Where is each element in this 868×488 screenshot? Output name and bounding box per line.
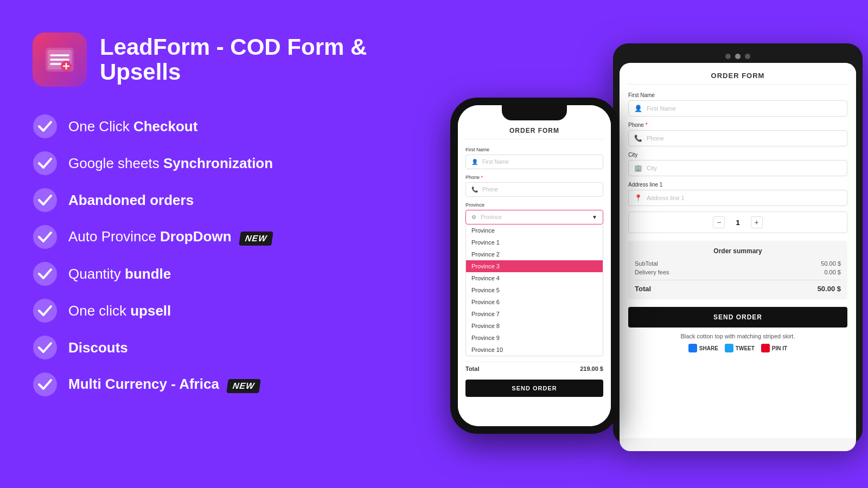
feature-item: Google sheets Synchronization xyxy=(33,151,391,176)
province-option-9[interactable]: Province 9 xyxy=(466,332,603,344)
check-icon xyxy=(33,114,58,139)
svg-point-13 xyxy=(33,299,57,323)
province-option-7[interactable]: Province 7 xyxy=(466,308,603,320)
tablet-firstname-input[interactable]: 👤 First Name xyxy=(628,100,847,117)
person-icon: 👤 xyxy=(634,105,642,112)
tablet-address-placeholder: Address line 1 xyxy=(647,195,685,201)
province-option-10[interactable]: Province 10 xyxy=(466,344,603,356)
phone-icon: 📞 xyxy=(634,134,642,142)
province-dropdown: Province Province 1 Province 2 Province … xyxy=(465,224,603,356)
total-row: Total 50.00 $ xyxy=(635,285,841,293)
svg-point-15 xyxy=(33,373,57,396)
subtotal-row: SubTotal 50.00 $ xyxy=(635,260,841,267)
tablet-city-input[interactable]: 🏢 City xyxy=(628,160,847,176)
phone-phone-placeholder: Phone xyxy=(482,187,498,192)
check-icon xyxy=(33,372,58,397)
app-icon xyxy=(33,33,87,87)
phone-screen: ORDER FORM First Name 👤 First Name Phone… xyxy=(458,105,611,426)
feature-item: Quantity bundle xyxy=(33,261,391,286)
tablet-firstname-placeholder: First Name xyxy=(647,105,676,112)
check-icon xyxy=(33,188,58,213)
province-option-default[interactable]: Province xyxy=(466,224,603,236)
feature-text: Quantity bundle xyxy=(68,266,171,282)
feature-text: Multi Currency - Africa NEW xyxy=(68,376,260,393)
phone-send-order-button[interactable]: SEND ORDER xyxy=(465,380,603,397)
feature-text: Discouts xyxy=(68,339,128,356)
quantity-decrease-button[interactable]: − xyxy=(713,216,725,228)
tablet-firstname-label: First Name xyxy=(628,92,847,98)
phone-icon: 📞 xyxy=(471,187,478,192)
tablet-address-input[interactable]: 📍 Address line 1 xyxy=(628,190,847,206)
left-panel: LeadForm - COD Form & Upsells One Click … xyxy=(33,33,391,397)
phone-form-title: ORDER FORM xyxy=(465,127,603,139)
new-badge: NEW xyxy=(239,232,273,246)
phone-device: ORDER FORM First Name 👤 First Name Phone… xyxy=(450,98,618,434)
svg-point-8 xyxy=(33,114,57,138)
tablet-content: ORDER FORM First Name 👤 First Name Phone… xyxy=(620,63,856,438)
pinterest-icon xyxy=(761,344,770,352)
tablet-device: ORDER FORM First Name 👤 First Name Phone… xyxy=(613,43,863,445)
feature-text: Abandoned orders xyxy=(68,192,194,209)
feature-text: One click upsell xyxy=(68,303,171,319)
province-option-8[interactable]: Province 8 xyxy=(466,320,603,332)
tablet-screen: ORDER FORM First Name 👤 First Name Phone… xyxy=(620,63,856,451)
feature-item: One click upsell xyxy=(33,298,391,323)
filter-icon: ⚙ xyxy=(471,214,476,220)
tablet-product-desc: Black cotton top with matching striped s… xyxy=(628,333,847,339)
feature-text: One Click Checkout xyxy=(68,118,197,135)
check-icon xyxy=(33,151,58,176)
tablet-dot-active xyxy=(735,54,741,59)
tablet-form-title: ORDER FORM xyxy=(628,72,847,85)
phone-firstname-input[interactable]: 👤 First Name xyxy=(465,155,603,169)
tablet-top-bar xyxy=(620,50,856,63)
quantity-increase-button[interactable]: + xyxy=(751,216,763,228)
province-option-5[interactable]: Province 5 xyxy=(466,284,603,296)
twitter-icon xyxy=(725,344,733,352)
phone-province-label: Province xyxy=(465,202,603,208)
check-icon xyxy=(33,261,58,286)
phone-content: ORDER FORM First Name 👤 First Name Phone… xyxy=(458,105,611,426)
province-option-1[interactable]: Province 1 xyxy=(466,236,603,248)
phone-phone-label: Phone * xyxy=(465,175,603,180)
tablet-send-order-button[interactable]: SEND ORDER xyxy=(628,307,847,328)
app-title: LeadForm - COD Form & Upsells xyxy=(100,35,391,85)
summary-title: Order summary xyxy=(635,247,841,255)
province-option-3[interactable]: Province 3 xyxy=(466,260,603,272)
svg-point-9 xyxy=(33,151,57,175)
phone-province-select[interactable]: ⚙ Province ▼ xyxy=(465,210,603,224)
social-buttons: SHARE TWEET PIN IT xyxy=(628,344,847,352)
tweet-button[interactable]: TWEET xyxy=(725,344,755,352)
phone-firstname-placeholder: First Name xyxy=(482,159,509,165)
check-icon xyxy=(33,298,58,323)
feature-text: Auto Province DropDown NEW xyxy=(68,228,272,246)
quantity-row: − 1 + xyxy=(628,211,847,233)
phone-phone-input[interactable]: 📞 Phone xyxy=(465,182,603,197)
province-select-left: ⚙ Province xyxy=(471,214,502,220)
feature-item: Multi Currency - Africa NEW xyxy=(33,372,391,397)
pin-button[interactable]: PIN IT xyxy=(761,344,787,352)
province-option-6[interactable]: Province 6 xyxy=(466,296,603,308)
check-icon xyxy=(33,224,58,249)
feature-item: One Click Checkout xyxy=(33,114,391,139)
tablet-city-placeholder: City xyxy=(647,165,657,171)
svg-point-11 xyxy=(33,225,57,249)
province-option-2[interactable]: Province 2 xyxy=(466,248,603,260)
building-icon: 🏢 xyxy=(634,164,642,172)
feature-item: Abandoned orders xyxy=(33,188,391,213)
tablet-order-summary: Order summary SubTotal 50.00 $ Delivery … xyxy=(628,241,847,299)
share-button[interactable]: SHARE xyxy=(688,344,718,352)
summary-divider xyxy=(635,280,841,280)
tablet-dot xyxy=(745,54,750,59)
chevron-down-icon: ▼ xyxy=(592,214,597,220)
header-row: LeadForm - COD Form & Upsells xyxy=(33,33,391,87)
feature-text: Google sheets Synchronization xyxy=(68,155,273,172)
location-icon: 📍 xyxy=(634,194,642,202)
phone-firstname-label: First Name xyxy=(465,147,603,152)
tablet-phone-input[interactable]: 📞 Phone xyxy=(628,130,847,146)
province-option-4[interactable]: Province 4 xyxy=(466,272,603,284)
features-list: One Click Checkout Google sheets Synchro… xyxy=(33,114,391,397)
feature-item: Auto Province DropDown NEW xyxy=(33,224,391,249)
tablet-address-label: Address line 1 xyxy=(628,182,847,188)
devices-area: ORDER FORM First Name 👤 First Name Phone… xyxy=(423,0,868,488)
delivery-row: Delivery fees 0.00 $ xyxy=(635,269,841,275)
